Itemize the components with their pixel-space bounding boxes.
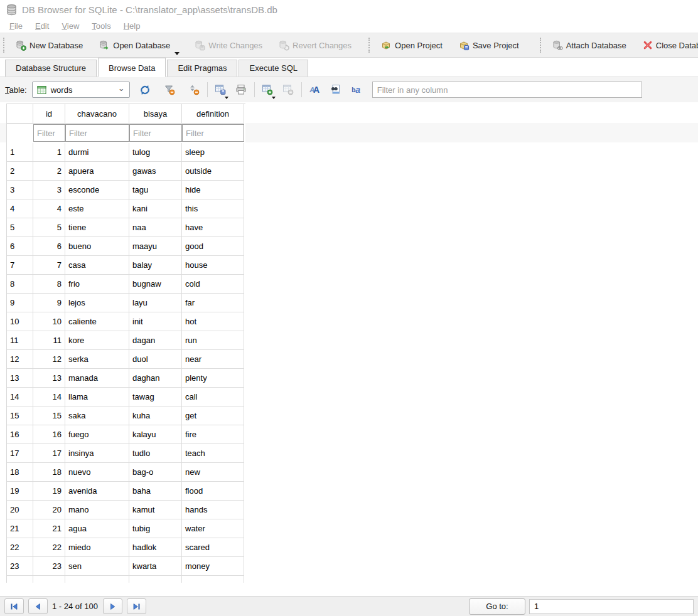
cell-bisaya[interactable]: kani (129, 199, 182, 218)
cell-definition[interactable]: good (182, 237, 244, 256)
cell-bisaya[interactable]: hadlok (129, 538, 182, 557)
row-number-cell[interactable]: 17 (7, 444, 33, 463)
cell-chavacano[interactable]: bueno (65, 237, 129, 256)
cell-id[interactable]: 14 (33, 388, 65, 406)
table-row[interactable]: 21 21 agua tubig water (7, 519, 245, 538)
print-button[interactable] (232, 81, 250, 98)
cell-definition[interactable]: cold (182, 275, 244, 294)
table-row[interactable]: 19 19 avenida baha flood (7, 482, 245, 501)
cell-bisaya[interactable]: bugnaw (129, 275, 182, 294)
cell-id[interactable]: 3 (33, 181, 65, 199)
row-number-cell[interactable]: 11 (7, 331, 33, 350)
table-row[interactable]: 17 17 insinya tudlo teach (7, 444, 245, 463)
cell-bisaya[interactable]: init (129, 312, 182, 331)
save-table-button[interactable] (212, 81, 230, 98)
row-number-cell[interactable]: 20 (7, 501, 33, 519)
cell-definition[interactable]: money (182, 557, 244, 576)
cell-bisaya[interactable]: kwarta (129, 557, 182, 576)
cell-definition[interactable]: far (182, 294, 244, 312)
goto-record-input[interactable] (529, 599, 694, 614)
cell-chavacano[interactable]: insinya (65, 444, 129, 463)
table-row[interactable]: 3 3 esconde tagu hide (7, 181, 245, 199)
cell-definition[interactable]: outside (182, 162, 244, 181)
cell-chavacano[interactable]: miedo (65, 538, 129, 557)
cell-chavacano[interactable]: serka (65, 350, 129, 369)
cell-definition[interactable]: scared (182, 538, 244, 557)
column-header[interactable]: id (33, 104, 65, 124)
filter-input-definition[interactable] (182, 124, 244, 142)
cell-bisaya[interactable]: maayu (129, 237, 182, 256)
cell-definition[interactable]: hands (182, 501, 244, 519)
cell-chavacano[interactable]: nuevo (65, 463, 129, 482)
table-row[interactable]: 18 18 nuevo bag-o new (7, 463, 245, 482)
row-number-cell[interactable]: 23 (7, 557, 33, 576)
cell-id[interactable]: 18 (33, 463, 65, 482)
cell-chavacano[interactable]: apuera (65, 162, 129, 181)
cell-bisaya[interactable]: dagan (129, 331, 182, 350)
insert-record-dropdown-caret[interactable] (272, 97, 276, 99)
row-number-cell[interactable]: 15 (7, 406, 33, 425)
row-number-cell[interactable]: 9 (7, 294, 33, 312)
row-number-cell[interactable]: 22 (7, 538, 33, 557)
revert-changes-button[interactable]: Revert Changes (271, 33, 360, 57)
cell-chavacano[interactable]: sen (65, 557, 129, 576)
cell-bisaya[interactable]: tawag (129, 388, 182, 406)
cell-bisaya[interactable]: layu (129, 294, 182, 312)
row-number-cell[interactable]: 12 (7, 350, 33, 369)
open-database-dropdown-caret[interactable] (174, 52, 180, 55)
next-record-button[interactable] (103, 598, 122, 614)
cell-chavacano[interactable]: lejos (65, 294, 129, 312)
toolbar-drag-handle[interactable] (540, 38, 541, 53)
last-record-button[interactable] (127, 598, 146, 614)
grid-corner-cell[interactable] (7, 104, 33, 124)
cell-chavacano[interactable]: mano (65, 501, 129, 519)
cell-definition[interactable]: have (182, 218, 244, 237)
tab[interactable]: Execute SQL (239, 60, 308, 77)
cell-id[interactable]: 15 (33, 406, 65, 425)
cell-bisaya[interactable]: gawas (129, 162, 182, 181)
column-header[interactable]: bisaya (129, 104, 182, 124)
cell-id[interactable]: 20 (33, 501, 65, 519)
cell-definition[interactable]: near (182, 350, 244, 369)
column-header[interactable]: definition (182, 104, 244, 124)
cell-bisaya[interactable]: kalayu (129, 425, 182, 444)
cell-definition[interactable]: hide (182, 181, 244, 199)
row-number-cell[interactable]: 18 (7, 463, 33, 482)
cell-id[interactable]: 11 (33, 331, 65, 350)
cell-bisaya[interactable]: kuha (129, 406, 182, 425)
cell-id[interactable]: 23 (33, 557, 65, 576)
cell-bisaya[interactable]: naa (129, 218, 182, 237)
row-number-cell[interactable]: 8 (7, 275, 33, 294)
cell-bisaya[interactable]: tulog (129, 143, 182, 162)
cell-definition[interactable]: this (182, 199, 244, 218)
row-number-cell[interactable]: 21 (7, 519, 33, 538)
menu-item[interactable]: File (3, 20, 29, 32)
menu-item[interactable]: Tools (85, 20, 117, 32)
save-table-dropdown-caret[interactable] (225, 97, 228, 99)
cell-bisaya[interactable]: tudlo (129, 444, 182, 463)
table-row[interactable]: 20 20 mano kamut hands (7, 501, 245, 519)
cell-definition[interactable]: get (182, 406, 244, 425)
delete-record-button[interactable] (279, 81, 298, 98)
filter-input-chavacano[interactable] (65, 124, 129, 142)
new-database-button[interactable]: New Database (8, 33, 91, 57)
row-number-cell[interactable]: 5 (7, 218, 33, 237)
cell-id[interactable]: 17 (33, 444, 65, 463)
filter-input-bisaya[interactable] (129, 124, 182, 142)
refresh-button[interactable] (136, 81, 154, 98)
table-row[interactable]: 9 9 lejos layu far (7, 294, 245, 312)
toolbar-drag-handle[interactable] (3, 38, 4, 53)
row-number-cell[interactable]: 16 (7, 425, 33, 444)
table-row[interactable]: 1 1 durmi tulog sleep (7, 143, 245, 162)
insert-record-button[interactable] (259, 81, 277, 98)
cell-chavacano[interactable]: llama (65, 388, 129, 406)
attach-database-button[interactable]: Attach Database (544, 33, 635, 57)
cell-definition[interactable]: fire (182, 425, 244, 444)
cell-bisaya[interactable]: tagu (129, 181, 182, 199)
cell-id[interactable]: 9 (33, 294, 65, 312)
cell-id[interactable]: 4 (33, 199, 65, 218)
table-row[interactable]: 22 22 miedo hadlok scared (7, 538, 245, 557)
menu-item[interactable]: Help (117, 20, 147, 32)
cell-id[interactable]: 8 (33, 275, 65, 294)
table-row[interactable]: 16 16 fuego kalayu fire (7, 425, 245, 444)
